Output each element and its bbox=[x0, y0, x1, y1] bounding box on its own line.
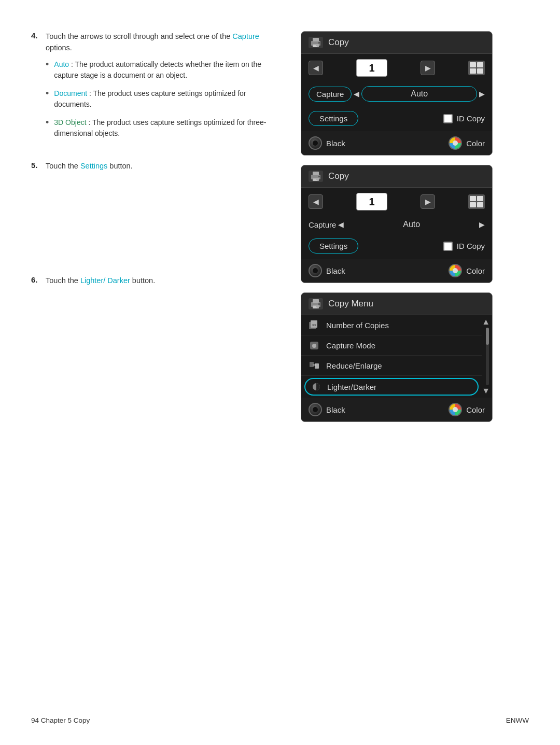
screen3-black-label: Black bbox=[326, 405, 345, 414]
svg-rect-7 bbox=[313, 172, 319, 175]
auto-bullet-text: : The product automatically detects whet… bbox=[54, 60, 261, 79]
screen3-menu-item-lighter[interactable]: Lighter/Darker bbox=[304, 378, 479, 396]
screen1-id-copy-btn[interactable]: ID Copy bbox=[443, 114, 485, 123]
screen3-capture-label: Capture Mode bbox=[326, 341, 375, 350]
screen2-color-btn[interactable]: Color bbox=[449, 264, 485, 277]
svg-rect-10 bbox=[313, 179, 316, 180]
screen1-black-icon bbox=[309, 136, 322, 150]
screen1-capture-row: Capture ◀ Auto ▶ bbox=[301, 82, 492, 106]
screen3-action-row: Black Color bbox=[301, 398, 492, 421]
screen1-grid-icon bbox=[468, 61, 485, 75]
footer-left: 94 Chapter 5 Copy bbox=[31, 716, 90, 724]
screen3-lighter-label: Lighter/Darker bbox=[327, 383, 376, 391]
screen2-grid-icon bbox=[468, 194, 485, 209]
screen2-black-btn[interactable]: Black bbox=[309, 264, 345, 277]
screen2-printer-icon bbox=[309, 171, 323, 182]
settings-link[interactable]: Settings bbox=[80, 162, 107, 170]
screen2-title: Copy bbox=[328, 171, 349, 181]
3dobject-bullet-label: 3D Object bbox=[54, 118, 86, 126]
screen1-action-row: Black Color bbox=[301, 131, 492, 155]
screen3-color-btn[interactable]: Color bbox=[449, 403, 485, 416]
svg-rect-11 bbox=[313, 180, 317, 181]
screen1-black-label: Black bbox=[326, 139, 345, 148]
screen2-black-icon bbox=[309, 264, 322, 277]
screen1-settings-row: Settings ID Copy bbox=[301, 106, 492, 131]
screen3-copies-label: Number of Copies bbox=[326, 321, 389, 330]
scroll-down-arrow[interactable]: ▼ bbox=[482, 386, 490, 396]
scroll-up-arrow[interactable]: ▲ bbox=[482, 317, 490, 327]
screen1-black-btn[interactable]: Black bbox=[309, 136, 345, 150]
copies-icon: xx bbox=[309, 320, 320, 330]
screen3-color-icon bbox=[449, 403, 462, 416]
screen2-right-arrow[interactable]: ▶ bbox=[421, 194, 435, 209]
svg-rect-16 bbox=[313, 306, 316, 307]
screen2-color-icon bbox=[449, 264, 462, 277]
screen1-capture-label[interactable]: Capture bbox=[309, 87, 352, 102]
screen3-black-btn[interactable]: Black bbox=[309, 403, 345, 416]
svg-rect-9 bbox=[318, 176, 320, 177]
screen2-action-row: Black Color bbox=[301, 259, 492, 283]
svg-rect-15 bbox=[318, 303, 320, 305]
screen2-capture-label: Capture bbox=[309, 220, 336, 229]
screen2-black-label: Black bbox=[326, 266, 345, 275]
screen2-color-label: Color bbox=[466, 266, 485, 275]
document-bullet-label: Document bbox=[54, 89, 87, 97]
svg-rect-23 bbox=[315, 363, 319, 369]
screen1: Copy ◀ 1 ▶ Capture ◀ Auto ▶ bbox=[301, 31, 493, 156]
screen2-settings-row: Settings ID Copy bbox=[301, 233, 492, 259]
screen2-left-arrow[interactable]: ◀ bbox=[309, 194, 323, 209]
step6-number: 6. bbox=[31, 275, 46, 287]
screen1-right-arrow[interactable]: ▶ bbox=[421, 61, 435, 75]
footer-right: ENWW bbox=[506, 716, 529, 724]
screen3-printer-icon bbox=[309, 298, 323, 310]
screen1-color-icon bbox=[449, 136, 462, 150]
step6-text: Touch the Lighter/ Darker button. bbox=[46, 275, 285, 287]
screen1-left-arrow[interactable]: ◀ bbox=[309, 61, 323, 75]
page-footer: 94 Chapter 5 Copy ENWW bbox=[31, 716, 529, 724]
lighter-darker-icon bbox=[311, 382, 322, 391]
screen1-settings-btn[interactable]: Settings bbox=[309, 111, 358, 126]
screen1-id-copy-checkbox bbox=[443, 114, 453, 123]
svg-rect-1 bbox=[313, 38, 319, 41]
screen1-title: Copy bbox=[328, 37, 349, 48]
screen3-menu-item-lighter-wrapper: Lighter/Darker bbox=[301, 376, 482, 398]
screen2-auto-value: Auto bbox=[346, 220, 477, 229]
screen3-menu-item-reduce[interactable]: Reduce/Enlarge bbox=[301, 356, 482, 376]
screen1-header: Copy bbox=[301, 32, 492, 54]
screen1-auto-value: Auto bbox=[361, 86, 477, 102]
svg-rect-5 bbox=[313, 46, 317, 47]
step4-number: 4. bbox=[31, 31, 46, 146]
svg-rect-17 bbox=[313, 307, 317, 308]
screen1-color-btn[interactable]: Color bbox=[449, 136, 485, 150]
screen2-number-box: 1 bbox=[356, 193, 387, 210]
capture-link[interactable]: Capture bbox=[232, 32, 259, 40]
step5-text: Touch the Settings button. bbox=[46, 161, 285, 172]
scrollbar-track bbox=[486, 328, 489, 385]
svg-rect-4 bbox=[313, 45, 316, 46]
screen2-header: Copy bbox=[301, 165, 492, 188]
screen2-capture-row: Capture ◀ Auto ▶ bbox=[301, 216, 492, 233]
screen1-color-label: Color bbox=[466, 139, 485, 148]
screen2-settings-btn[interactable]: Settings bbox=[309, 238, 358, 254]
svg-text:xx: xx bbox=[312, 322, 316, 327]
screen3-black-icon bbox=[309, 403, 322, 416]
screen2-id-copy-btn[interactable]: ID Copy bbox=[443, 242, 485, 251]
screen1-id-copy-label: ID Copy bbox=[457, 114, 485, 123]
lighter-darker-link[interactable]: Lighter/ Darker bbox=[80, 276, 130, 285]
screen3-color-label: Color bbox=[466, 405, 485, 414]
screen2-id-copy-checkbox bbox=[443, 242, 453, 251]
step5-number: 5. bbox=[31, 161, 46, 172]
screen3-menu-item-copies[interactable]: xx Number of Copies bbox=[301, 315, 482, 335]
screen3-menu-scroll: xx Number of Copies Capture Mode bbox=[301, 315, 492, 398]
svg-point-21 bbox=[312, 344, 316, 348]
screen3-reduce-label: Reduce/Enlarge bbox=[326, 361, 382, 370]
step4-intro: Touch the arrows to scroll through and s… bbox=[46, 31, 285, 54]
screen3-menu-item-capture[interactable]: Capture Mode bbox=[301, 335, 482, 356]
screen3-header: Copy Menu bbox=[301, 293, 492, 315]
screen3: Copy Menu xx Number of Copies bbox=[301, 292, 493, 422]
screen2-number-row: ◀ 1 ▶ bbox=[301, 188, 492, 216]
auto-bullet-label: Auto bbox=[54, 60, 69, 68]
step4-bullets: • Auto : The product automatically detec… bbox=[46, 59, 285, 139]
reduce-enlarge-icon bbox=[309, 361, 320, 370]
screen1-number-box: 1 bbox=[356, 59, 387, 77]
